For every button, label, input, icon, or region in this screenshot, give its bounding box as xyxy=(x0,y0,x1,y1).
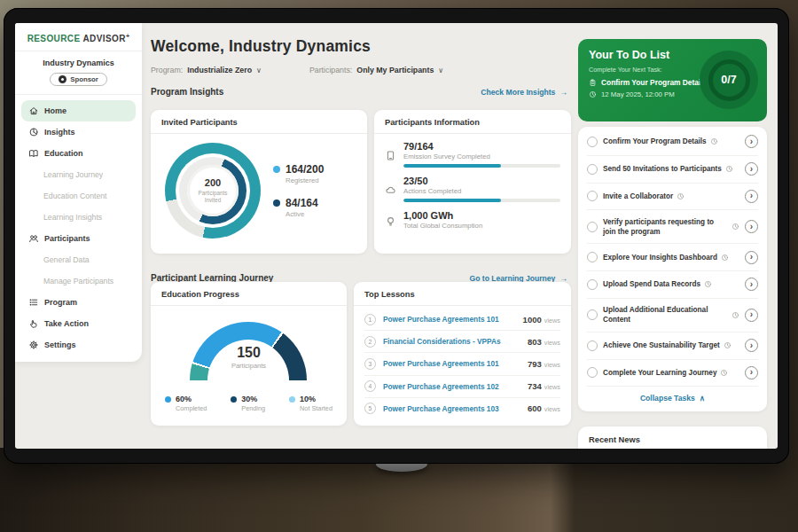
sidebar-item[interactable]: Learning Insights xyxy=(21,207,136,228)
todo-item[interactable]: Confirm Your Program Details › xyxy=(587,129,758,155)
lessons-list: 1 Power Purchase Agreements 101 1000view… xyxy=(354,306,571,419)
sidebar-item[interactable]: Program xyxy=(21,292,136,313)
metric-emission-survey: 79/164 Emission Survey Completed xyxy=(385,141,560,168)
task-checkbox[interactable] xyxy=(587,252,598,262)
task-chevron-button[interactable]: › xyxy=(745,162,758,176)
clock-icon xyxy=(732,223,739,231)
sidebar-item[interactable]: Insights xyxy=(21,121,136,143)
education-icon xyxy=(28,148,39,159)
consumption-icon xyxy=(385,210,396,230)
todo-item[interactable]: Explore Your Insights Dashboard › xyxy=(587,243,758,270)
todo-header-card: Your To Do List Complete Your Next Task:… xyxy=(578,39,767,121)
sidebar-item-label: Participants xyxy=(44,234,90,243)
legend-label: Completed xyxy=(176,404,207,412)
donut-center-label: Participants Invited xyxy=(193,190,232,204)
lesson-link[interactable]: Power Purchase Agreements 101 xyxy=(383,359,520,368)
program-filter[interactable]: Program: Industrialize Zero ∨ xyxy=(151,66,262,74)
legend-value: 10% xyxy=(300,395,332,403)
photo-scene: RESOURCEADVISOR+ Industry Dynamics Spons… xyxy=(0,0,798,532)
legend-label: Not Started xyxy=(300,404,332,412)
sidebar-item[interactable]: Take Action xyxy=(21,313,136,334)
settings-icon xyxy=(28,340,39,350)
lesson-views: 803 xyxy=(528,337,542,347)
lesson-views-unit: views xyxy=(544,383,560,391)
todo-due: 12 May 2025, 12:00 PM xyxy=(601,90,675,98)
legend-completed: 60% Completed xyxy=(165,395,207,412)
lesson-rank: 3 xyxy=(364,358,376,370)
check-more-insights-link[interactable]: Check More Insights → xyxy=(481,88,567,97)
filters-row: Program: Industrialize Zero ∨ Participan… xyxy=(151,66,567,74)
sidebar-item[interactable]: Learning Journey xyxy=(21,164,136,185)
task-checkbox[interactable] xyxy=(587,222,598,232)
sidebar-item-label: Manage Participants xyxy=(43,277,113,286)
todo-item[interactable]: Upload Spend Data Records › xyxy=(587,270,758,298)
participants-filter-label: Participants: xyxy=(309,66,352,74)
lesson-link[interactable]: Power Purchase Agreements 102 xyxy=(383,382,520,391)
task-chevron-button[interactable]: › xyxy=(745,366,758,379)
sidebar-item[interactable]: Participants xyxy=(21,228,136,249)
sidebar-item[interactable]: Education xyxy=(21,143,136,164)
task-chevron-button[interactable]: › xyxy=(745,339,758,352)
lesson-views-unit: views xyxy=(544,405,560,413)
collapse-tasks-link[interactable]: Collapse Tasks ∧ xyxy=(587,386,758,406)
task-chevron-button[interactable]: › xyxy=(745,135,758,148)
task-checkbox[interactable] xyxy=(587,191,598,201)
chevron-down-icon[interactable]: ∨ xyxy=(438,66,443,74)
gauge-legend: 60% Completed 30% Pending xyxy=(151,391,347,412)
sidebar-item-label: Program xyxy=(44,298,77,307)
invited-participants-donut-chart: 200 Participants Invited xyxy=(165,143,261,239)
sidebar-item[interactable]: Settings xyxy=(21,334,136,356)
todo-item[interactable]: Verify participants requesting to join t… xyxy=(587,209,758,243)
clock-icon xyxy=(720,369,728,377)
sidebar-item[interactable]: General Data xyxy=(21,249,136,270)
lesson-rank: 1 xyxy=(364,314,376,325)
task-chevron-button[interactable]: › xyxy=(745,309,758,322)
sidebar: RESOURCEADVISOR+ Industry Dynamics Spons… xyxy=(15,23,142,362)
go-to-learning-journey-link[interactable]: Go to Learning Journey → xyxy=(469,274,567,283)
donut-legend: 164/200 Registered 84/164 Active xyxy=(273,163,324,218)
progress-track xyxy=(403,199,560,202)
sidebar-nav: Home Insights Education xyxy=(15,94,142,356)
lesson-link[interactable]: Power Purchase Agreements 101 xyxy=(383,315,516,324)
lesson-rank: 4 xyxy=(364,380,376,392)
metric-label: Total Global Consumption xyxy=(403,222,560,230)
task-label: Send 50 Invitations to Participants xyxy=(603,164,722,174)
todo-item[interactable]: Achieve One Sustainability Target › xyxy=(587,332,758,359)
participants-information-card: Participants Information 79/164 Emission… xyxy=(374,110,571,254)
sidebar-item[interactable]: Home xyxy=(21,100,136,121)
sponsor-label: Sponsor xyxy=(70,75,98,83)
gauge-center-value: 150 xyxy=(151,345,347,361)
todo-item[interactable]: Send 50 Invitations to Participants › xyxy=(587,155,758,183)
sidebar-item-label: Settings xyxy=(44,340,76,349)
participants-filter[interactable]: Participants: Only My Participants ∨ xyxy=(309,66,443,74)
legend-value: 60% xyxy=(176,395,207,403)
todo-item[interactable]: Invite a Collaborator › xyxy=(587,183,758,210)
todo-next-task: Confirm Your Program Details xyxy=(601,78,707,87)
task-chevron-button[interactable]: › xyxy=(745,251,758,264)
sidebar-item[interactable]: Manage Participants xyxy=(21,270,136,292)
todo-item[interactable]: Complete Your Learning Journey › xyxy=(587,359,758,387)
lesson-link[interactable]: Power Purchase Agreements 103 xyxy=(383,404,520,413)
task-checkbox[interactable] xyxy=(587,340,598,351)
program-insights-title: Program Insights xyxy=(151,87,223,97)
task-checkbox[interactable] xyxy=(587,367,598,378)
task-checkbox[interactable] xyxy=(587,137,598,147)
page-title: Welcome, Industry Dynamics xyxy=(151,37,567,56)
sponsor-icon xyxy=(59,75,66,83)
task-checkbox[interactable] xyxy=(587,164,598,175)
task-label: Upload Additional Educational Content xyxy=(603,305,728,325)
task-chevron-button[interactable]: › xyxy=(745,220,758,233)
task-chevron-button[interactable]: › xyxy=(745,278,758,291)
chevron-down-icon[interactable]: ∨ xyxy=(256,66,262,74)
program-filter-value: Industrialize Zero xyxy=(187,66,252,74)
card-title: Education Progress xyxy=(151,282,347,306)
clock-icon xyxy=(704,280,712,288)
lesson-link[interactable]: Financial Considerations - VPPAs xyxy=(383,337,520,346)
task-checkbox[interactable] xyxy=(587,279,598,290)
task-chevron-button[interactable]: › xyxy=(745,190,758,203)
sidebar-item-label: Insights xyxy=(44,128,75,137)
progress-fill xyxy=(403,199,501,202)
task-checkbox[interactable] xyxy=(587,309,598,320)
sidebar-item[interactable]: Education Content xyxy=(21,185,136,207)
todo-item[interactable]: Upload Additional Educational Content › xyxy=(587,298,758,332)
